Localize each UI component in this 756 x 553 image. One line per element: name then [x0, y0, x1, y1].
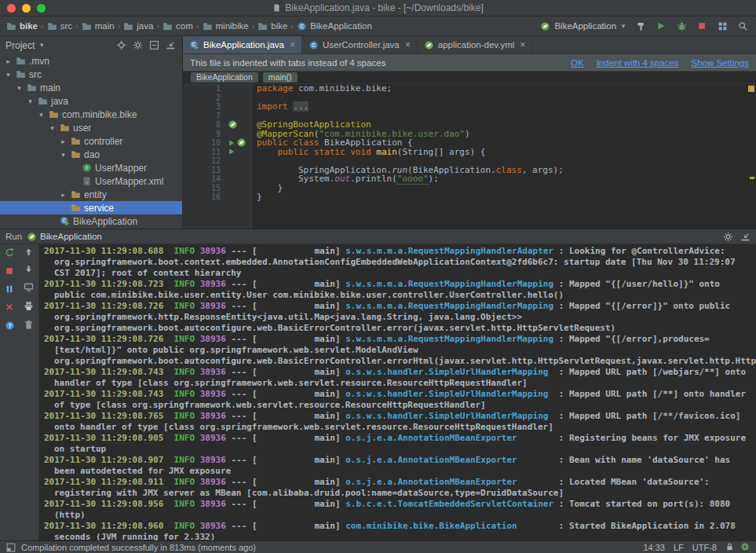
- hide-tool-window-icon[interactable]: [740, 232, 751, 242]
- up-button[interactable]: [24, 247, 33, 258]
- tree-item-entity[interactable]: ▸entity: [0, 188, 182, 201]
- hector-icon[interactable]: [740, 542, 750, 553]
- project-tree: ▸.mvn▾src▾main▾java▾com.minibike.bike▾us…: [0, 54, 182, 229]
- hammer-button[interactable]: [634, 19, 648, 33]
- line-number: 14: [183, 174, 225, 184]
- tree-chevron-icon[interactable]: ▾: [4, 71, 13, 79]
- editor-breadcrumb-main[interactable]: main(): [263, 72, 298, 82]
- nav-crumb-bike[interactable]: bike: [257, 21, 287, 31]
- collapse-icon[interactable]: [148, 39, 160, 52]
- tree-item-label: com.minibike.bike: [62, 109, 137, 120]
- stop-icon: [5, 266, 14, 276]
- help-button[interactable]: ?: [5, 320, 15, 333]
- nav-crumb-com[interactable]: com: [163, 21, 193, 31]
- print-icon: [24, 301, 34, 311]
- banner-message: This file is indented with tabs instead …: [190, 58, 385, 68]
- line-ending-widget[interactable]: LF: [674, 543, 684, 552]
- monitor-icon: [24, 282, 34, 292]
- tree-item-controller[interactable]: ▸controller: [0, 134, 182, 148]
- code-editor[interactable]: 1package com.minibike.bike;23import ...7…: [183, 84, 756, 229]
- encoding-widget[interactable]: UTF-8: [692, 543, 717, 552]
- run-button[interactable]: [654, 19, 668, 33]
- run-configuration-select[interactable]: BikeApplication ▼: [540, 21, 626, 31]
- tree-chevron-icon[interactable]: ▾: [15, 84, 24, 92]
- debug-button[interactable]: [674, 19, 688, 33]
- run-tab[interactable]: BikeApplication: [27, 232, 102, 242]
- rerun-button[interactable]: [5, 247, 15, 260]
- zoom-window-button[interactable]: [37, 4, 46, 13]
- tree-item-com-minibike-bike[interactable]: ▾com.minibike.bike: [0, 108, 182, 121]
- tree-chevron-icon[interactable]: ▸: [59, 137, 68, 145]
- close-button[interactable]: [5, 302, 14, 314]
- navigation-bar: bike›src›main›java›com›minibike›bike›CBi…: [0, 16, 756, 36]
- gutter-icons: [225, 138, 252, 148]
- crumb-separator-icon: ›: [75, 21, 79, 31]
- show-settings-link[interactable]: Show Settings: [691, 58, 749, 68]
- run-console[interactable]: 2017-11-30 11:29:08.688 INFO 38936 --- […: [39, 244, 756, 540]
- project-header-label[interactable]: Project: [5, 40, 35, 51]
- indent-with-4-spaces-link[interactable]: Indent with 4 spaces: [597, 58, 679, 68]
- gear-icon[interactable]: [131, 39, 144, 52]
- monitor-button[interactable]: [24, 282, 34, 295]
- search-button[interactable]: [736, 19, 750, 33]
- code-text: }: [252, 192, 262, 202]
- tree-item-mvn[interactable]: ▸.mvn: [0, 54, 182, 68]
- hide-icon[interactable]: [164, 39, 177, 52]
- tree-item-user[interactable]: ▾user: [0, 121, 182, 134]
- line-number: 8: [183, 120, 225, 130]
- tree-chevron-icon[interactable]: ▾: [37, 111, 46, 119]
- locate-icon[interactable]: [115, 39, 127, 52]
- print-button[interactable]: [24, 301, 34, 313]
- run-gutter-icon[interactable]: [228, 139, 236, 147]
- tree-chevron-icon[interactable]: ▾: [26, 97, 35, 105]
- editor-tab-application-dev-yml[interactable]: application-dev.yml×: [418, 36, 533, 53]
- toolbar-actions: BikeApplication ▼: [532, 19, 750, 33]
- nav-crumb-bike[interactable]: bike: [6, 21, 38, 31]
- nav-crumb-label: minibike: [216, 21, 249, 31]
- class-run-icon: C: [60, 216, 70, 226]
- tree-item-label: BikeApplication: [73, 216, 137, 227]
- nav-crumb-bikeapplication[interactable]: CBikeApplication: [297, 21, 372, 31]
- run-gutter-icon[interactable]: [228, 148, 236, 156]
- editor-breadcrumb-bikeapplication[interactable]: BikeApplication: [191, 72, 258, 82]
- tree-item-service[interactable]: service: [0, 201, 182, 214]
- spring-boot-icon: [540, 21, 550, 31]
- nav-crumb-main[interactable]: main: [82, 21, 115, 31]
- down-button[interactable]: [24, 265, 33, 276]
- tree-item-usermapper[interactable]: IUserMapper: [0, 161, 182, 174]
- nav-crumb-java[interactable]: java: [123, 21, 153, 31]
- tree-item-java[interactable]: ▾java: [0, 94, 182, 108]
- run-settings-gear-icon[interactable]: [723, 232, 733, 242]
- chevron-down-icon[interactable]: ▼: [38, 42, 45, 49]
- nav-crumb-src[interactable]: src: [47, 21, 72, 31]
- tree-item-main[interactable]: ▾main: [0, 81, 182, 94]
- tree-item-src[interactable]: ▾src: [0, 68, 182, 81]
- folder-icon: [16, 69, 26, 79]
- lock-icon[interactable]: [725, 542, 734, 553]
- spring-icon: [228, 119, 238, 130]
- tree-item-bikeapplication[interactable]: CBikeApplication: [0, 214, 182, 228]
- tab-close-icon[interactable]: ×: [520, 40, 525, 49]
- nav-crumb-minibike[interactable]: minibike: [203, 21, 249, 31]
- tree-chevron-icon[interactable]: ▾: [48, 124, 57, 132]
- grid-button[interactable]: [715, 19, 729, 33]
- line-number: 16: [183, 192, 225, 202]
- close-window-button[interactable]: [7, 4, 16, 13]
- tree-item-usermapper-xml[interactable]: xUserMapper.xml: [0, 174, 182, 188]
- tab-close-icon[interactable]: ×: [405, 40, 411, 49]
- tree-chevron-icon[interactable]: ▸: [4, 57, 13, 65]
- tab-close-icon[interactable]: ×: [290, 40, 295, 49]
- trash-button[interactable]: [24, 320, 34, 332]
- log-entry: 2017-11-30 11:29:08.960 INFO 38936 --- […: [44, 521, 751, 540]
- editor-tab-bikeapplication-java[interactable]: CBikeApplication.java×: [183, 36, 302, 53]
- ok-link[interactable]: OK: [571, 58, 584, 68]
- minimize-window-button[interactable]: [22, 4, 31, 13]
- stop-button[interactable]: [695, 19, 709, 33]
- tree-chevron-icon[interactable]: ▾: [59, 151, 68, 159]
- editor-tab-usercontroller-java[interactable]: CUserController.java×: [302, 36, 418, 53]
- tree-item-dao[interactable]: ▾dao: [0, 148, 182, 161]
- toolwindow-switcher-icon[interactable]: [6, 543, 16, 552]
- pause-button[interactable]: [5, 284, 14, 296]
- stop-button[interactable]: [5, 266, 14, 278]
- tree-chevron-icon[interactable]: ▸: [59, 191, 68, 199]
